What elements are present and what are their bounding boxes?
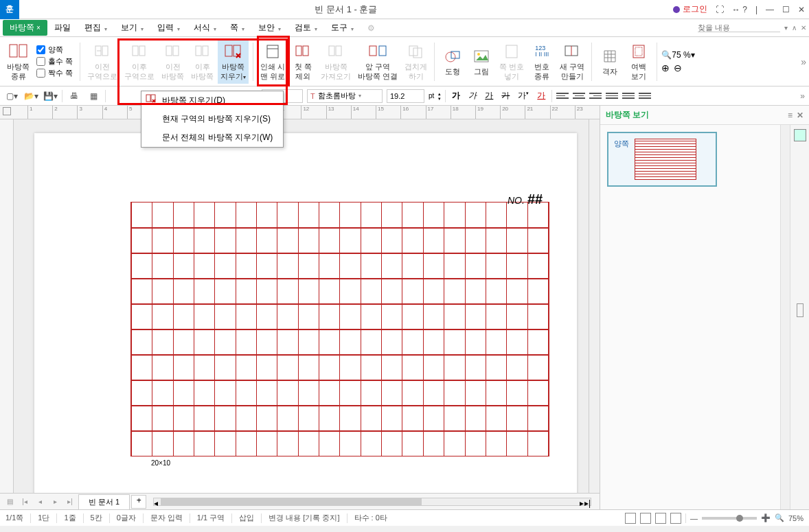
- search-dropdown[interactable]: ▾: [784, 24, 788, 32]
- new-doc-button[interactable]: ▢▾: [4, 89, 19, 104]
- menu-review[interactable]: 검토: [288, 20, 324, 36]
- save-button[interactable]: 💾▾: [43, 89, 58, 104]
- tab-prev[interactable]: ◂: [33, 498, 47, 505]
- open-button[interactable]: 📂▾: [23, 89, 38, 104]
- erase-bg-button[interactable]: 바탕쪽 지우기▾: [218, 40, 249, 84]
- menu-format[interactable]: 서식: [187, 20, 223, 36]
- bg-thumbnail[interactable]: 양쪽: [607, 132, 717, 187]
- horizontal-scrollbar[interactable]: ◂▸▸|: [153, 498, 591, 506]
- fontcolor-button[interactable]: 가: [535, 90, 547, 102]
- tab-batangjjok[interactable]: 바탕쪽×: [3, 20, 47, 36]
- close-button[interactable]: ✕: [794, 5, 809, 14]
- collapse-handle[interactable]: [797, 303, 804, 317]
- picture-button[interactable]: 그림: [468, 40, 495, 84]
- prev-bg-button: 이전 바탕쪽: [159, 40, 187, 84]
- search-input[interactable]: [698, 23, 780, 32]
- menu-tools[interactable]: 도구: [324, 20, 361, 36]
- zoom-out-icon[interactable]: ⊖: [674, 62, 682, 73]
- first-exclude-button[interactable]: 첫 쪽 제외: [289, 40, 317, 84]
- align-center-button[interactable]: [573, 91, 585, 102]
- numtype-button[interactable]: 123I II III번호 종류: [528, 40, 556, 84]
- erase-bg-dropdown: 바탕쪽 지우기(D) 현재 구역의 바탕쪽 지우기(S) 문서 전체의 바탕쪽 …: [141, 91, 284, 148]
- ribbon-expand[interactable]: »: [801, 56, 806, 67]
- status-line: 1줄: [64, 513, 76, 523]
- tab-first[interactable]: |◂: [18, 498, 32, 505]
- new-section-button[interactable]: 새 구역 만들기: [557, 40, 587, 84]
- erase-all-bg-item[interactable]: 문서 전체의 바탕쪽 지우기(W): [141, 128, 283, 147]
- check-odd[interactable]: 홀수 쪽: [36, 56, 73, 67]
- login-button[interactable]: 로그인: [669, 3, 711, 15]
- erase-bg-item[interactable]: 바탕쪽 지우기(D): [141, 91, 283, 110]
- tab-next[interactable]: ▸: [48, 498, 62, 505]
- status-insert: 삽입: [239, 513, 254, 523]
- strike-button[interactable]: 가: [499, 90, 512, 102]
- view-mode-1[interactable]: [625, 513, 636, 524]
- panel-scrollbar[interactable]: [780, 125, 790, 509]
- align-dist-button[interactable]: [622, 91, 635, 102]
- side-icon-1[interactable]: [794, 129, 806, 141]
- check-both[interactable]: 양쪽: [36, 45, 73, 55]
- toolbar-expand[interactable]: »: [800, 91, 805, 101]
- page-scroll[interactable]: NO. ## 20×10: [14, 119, 589, 493]
- font-combo[interactable]: T함초롬바탕▾: [307, 89, 383, 103]
- align-right-button[interactable]: [589, 91, 602, 102]
- maximize-button[interactable]: ☐: [778, 5, 794, 14]
- grid-button[interactable]: 격자: [596, 40, 624, 84]
- underline-button[interactable]: 가: [483, 90, 495, 102]
- align-justify-button[interactable]: [606, 91, 618, 102]
- menu-input[interactable]: 입력: [150, 20, 187, 36]
- minimize-button[interactable]: —: [762, 5, 778, 14]
- menu-file[interactable]: 파일: [47, 20, 78, 36]
- menu-security[interactable]: 보안: [251, 20, 288, 36]
- preview-button[interactable]: ▦: [86, 89, 101, 104]
- view-mode-3[interactable]: [655, 513, 666, 524]
- svg-rect-19: [379, 46, 386, 56]
- align-left-button[interactable]: [556, 91, 569, 102]
- svg-rect-10: [225, 45, 232, 56]
- svg-point-22: [446, 52, 455, 62]
- fontsize-combo[interactable]: 19.2: [387, 89, 424, 103]
- bold-button[interactable]: 가: [450, 90, 462, 102]
- align-full-button[interactable]: [639, 91, 651, 102]
- tab-menu[interactable]: ▤: [3, 498, 16, 505]
- status-zoom: 75%: [788, 514, 804, 522]
- vertical-ruler[interactable]: [0, 119, 14, 493]
- ruler-corner[interactable]: [3, 107, 11, 115]
- page[interactable]: NO. ## 20×10: [34, 133, 577, 493]
- side-panel-body: 양쪽: [600, 125, 780, 509]
- tab-last[interactable]: ▸|: [63, 498, 77, 505]
- zoom-combo[interactable]: 🔍75 %▾: [661, 50, 730, 60]
- new-tab-button[interactable]: +: [131, 495, 146, 509]
- menu-view[interactable]: 보기: [114, 20, 150, 36]
- italic-button[interactable]: 가: [466, 90, 479, 102]
- bg-type-button[interactable]: 바탕쪽 종류: [4, 40, 32, 84]
- fontsize-stepper[interactable]: ▴▾: [438, 91, 441, 101]
- view-mode-2[interactable]: [640, 513, 651, 524]
- erase-section-bg-item[interactable]: 현재 구역의 바탕쪽 지우기(S): [141, 110, 283, 128]
- zoom-fit[interactable]: 🔍: [775, 513, 784, 522]
- menu-page[interactable]: 쪽: [223, 20, 251, 36]
- link-prev-button[interactable]: 앞 구역 바탕쪽 연결: [355, 40, 400, 84]
- view-mode-4[interactable]: [670, 513, 681, 524]
- zoom-out-status[interactable]: —: [690, 514, 698, 522]
- fullscreen-icon[interactable]: ⛶: [711, 5, 728, 14]
- help-icon[interactable]: ↔ ?: [728, 5, 751, 14]
- zoom-in-status[interactable]: ➕: [761, 513, 771, 522]
- doc-tab[interactable]: 빈 문서 1: [78, 494, 130, 509]
- panel-close-icon[interactable]: ✕: [797, 111, 804, 120]
- print-button[interactable]: 🖶: [67, 89, 82, 104]
- super-button[interactable]: 가▾: [516, 90, 531, 102]
- menu-more[interactable]: ⚙: [361, 21, 382, 35]
- check-even[interactable]: 짝수 쪽: [36, 68, 73, 78]
- horizontal-ruler[interactable]: 1234567891011121314151617181920212223: [0, 106, 600, 119]
- panel-menu-icon[interactable]: ≡: [788, 111, 793, 120]
- margin-view-button[interactable]: 여백 보기: [625, 40, 652, 84]
- zoom-in-icon[interactable]: ⊕: [661, 62, 670, 73]
- overlay-icon: [407, 42, 426, 61]
- zoom-slider[interactable]: [702, 517, 757, 520]
- menu-edit[interactable]: 편집: [78, 20, 114, 36]
- shape-button[interactable]: 도형: [439, 40, 466, 84]
- vertical-scrollbar[interactable]: [589, 119, 600, 493]
- collapse-ribbon[interactable]: ∧: [792, 24, 797, 32]
- close-ribbon[interactable]: ✕: [801, 24, 806, 32]
